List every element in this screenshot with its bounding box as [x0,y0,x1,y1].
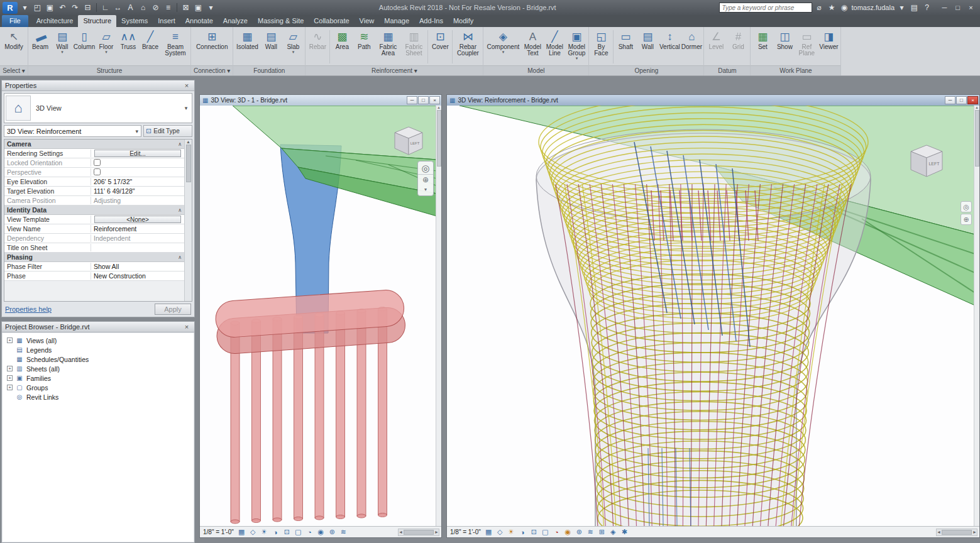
expand-icon[interactable]: + [7,375,13,381]
panel-label-foundation[interactable]: Foundation [233,65,305,75]
viewcube[interactable]: LEFT [391,124,426,160]
print-button[interactable]: ⊟ [82,2,93,13]
rebar-coupler-button[interactable]: ⋈ Rebar Coupler [454,28,482,65]
panel-label-datum[interactable]: Datum [704,65,750,75]
expand-icon[interactable]: + [7,385,13,390]
zoom-icon[interactable]: ⊕ [961,214,972,225]
expand-icon[interactable]: + [7,366,13,371]
wall-foundation-button[interactable]: ▤ Wall [260,28,282,65]
tab-view[interactable]: View [355,15,380,27]
default-3d-view-button[interactable]: ⌂ [138,2,148,13]
reveal-hidden-icon[interactable]: ◉ [316,528,326,536]
reveal-hidden-icon[interactable]: ◉ [563,528,573,536]
view-template-button[interactable]: <None> [94,216,181,223]
close-hidden-windows-button[interactable]: ⊠ [180,2,191,13]
panel-label-connection[interactable]: Connection ▾ [191,65,233,75]
section-phasing[interactable]: Phasing ∧ [4,253,184,262]
search-input[interactable] [719,3,812,13]
expand-icon[interactable]: + [7,337,13,343]
tree-item-groups[interactable]: + ▢ Groups [4,383,192,392]
tab-structure[interactable]: Structure [78,15,116,27]
tab-architecture[interactable]: Architecture [31,15,79,27]
constraints-icon[interactable]: ≋ [339,528,348,536]
temporary-hide-icon[interactable]: ◔ [305,529,314,536]
area-button[interactable]: ▩ Area [331,28,353,65]
viewcube[interactable]: LEFT [906,142,947,182]
path-button[interactable]: ≋ Path [353,28,375,65]
model-group-button[interactable]: ▣ Model Group ▾ [566,28,587,65]
view-close-button[interactable]: × [967,96,978,104]
isolated-foundation-button[interactable]: ▦ Isolated [234,28,260,65]
favorites-icon[interactable]: ★ [827,2,837,13]
floor-dropdown-icon[interactable]: ▾ [105,50,107,54]
tab-analyze[interactable]: Analyze [218,15,253,27]
close-button[interactable]: × [964,3,977,13]
modify-button[interactable]: ↖ Modify [1,28,26,65]
zoom-icon[interactable]: ⊕ [418,174,433,184]
lock-view-icon[interactable]: ⊛ [328,528,337,536]
property-value[interactable]: <None> [91,216,184,223]
apply-button[interactable]: Apply [155,304,191,315]
measure-button[interactable]: ∟ [100,2,111,13]
wall-opening-button[interactable]: ▤ Wall [637,28,658,65]
truss-button[interactable]: ∧∧ Truss [118,28,139,65]
open-button[interactable]: ◰ [32,2,43,13]
3d-viewport[interactable] [447,106,975,526]
account-menu[interactable]: ◉ tomasz.fudala ▾ [839,2,907,13]
redo-button[interactable]: ↷ [70,2,80,13]
section-camera[interactable]: Camera ∧ [4,140,184,149]
component-button[interactable]: ◈ Component ▾ [485,28,521,65]
view-close-button[interactable]: × [429,96,440,104]
view-restore-button[interactable]: □ [956,96,967,104]
model-text-button[interactable]: A Model Text [522,28,543,65]
panel-label-reinforcement[interactable]: Reinforcement ▾ [306,65,483,75]
locked-orientation-checkbox[interactable] [94,159,101,166]
scroll-thumb[interactable] [186,145,191,182]
fabric-area-button[interactable]: ▦ Fabric Area [375,28,400,65]
brace-button[interactable]: ╱ Brace [140,28,161,65]
revit-logo-icon[interactable]: R [3,2,18,14]
scroll-up-icon[interactable]: ▲ [437,106,441,109]
slab-dropdown-icon[interactable]: ▾ [292,50,295,54]
wall-dropdown-icon[interactable]: ▾ [61,50,63,54]
undo-button[interactable]: ↶ [57,2,68,13]
viewer-button[interactable]: ◨ Viewer [818,28,839,65]
scroll-left-icon[interactable]: ◄ [399,530,403,534]
properties-help-link[interactable]: Properties help [5,305,52,313]
scroll-thumb[interactable] [975,110,979,167]
tab-add-ins[interactable]: Add-Ins [414,15,448,27]
search-icon[interactable]: ⌀ [814,2,825,13]
tree-item-views[interactable]: + ▦ Views (all) [4,336,192,345]
text-button[interactable]: A [125,2,136,13]
navigation-bar[interactable]: ◎ ⊕ ▾ [417,161,434,196]
crop-region-icon[interactable]: ▢ [541,528,550,536]
tab-manage[interactable]: Manage [379,15,414,27]
full-navigation-wheel-icon[interactable]: ◎ [961,201,972,212]
maximize-button[interactable]: □ [951,3,964,13]
tab-collaborate[interactable]: Collaborate [309,15,354,27]
detail-level-icon[interactable]: ▦ [484,528,493,536]
tab-massing-site[interactable]: Massing & Site [253,15,309,27]
element-selector-combo[interactable]: 3D View: Reinforcement ▾ [4,125,141,137]
wall-button[interactable]: ▤ Wall ▾ [52,28,73,65]
by-face-button[interactable]: ◱ By Face [590,28,612,65]
model-line-button[interactable]: ╱ Model Line [544,28,565,65]
dormer-button[interactable]: ⌂ Dormer [681,28,702,65]
steering-wheel-icon[interactable]: ◎ [421,163,429,173]
view-title-bar[interactable]: ▦ 3D View: Reinforcement - Bridge.rvt ─ … [447,95,979,106]
switch-windows-button[interactable]: ▣ [193,2,204,13]
tree-item-families[interactable]: + ▣ Families [4,373,192,383]
view-restore-button[interactable]: □ [418,96,429,104]
view-horizontal-scrollbar[interactable]: ◄ ► [936,529,977,536]
thin-lines-button[interactable]: ≡ [163,2,173,13]
panel-label-structure[interactable]: Structure [28,65,190,75]
scroll-up-icon[interactable]: ▲ [975,106,979,109]
detail-level-icon[interactable]: ▦ [237,528,246,536]
tab-modify[interactable]: Modify [448,15,478,27]
panel-label-model[interactable]: Model [483,65,588,75]
view-horizontal-scrollbar[interactable]: ◄ ► [398,529,439,536]
qat-customize-button[interactable]: ▾ [206,2,216,13]
section-identity-data[interactable]: Identity Data ∧ [4,206,184,215]
visual-style-icon[interactable]: ◇ [248,528,258,536]
beam-button[interactable]: ▬ Beam [30,28,51,65]
